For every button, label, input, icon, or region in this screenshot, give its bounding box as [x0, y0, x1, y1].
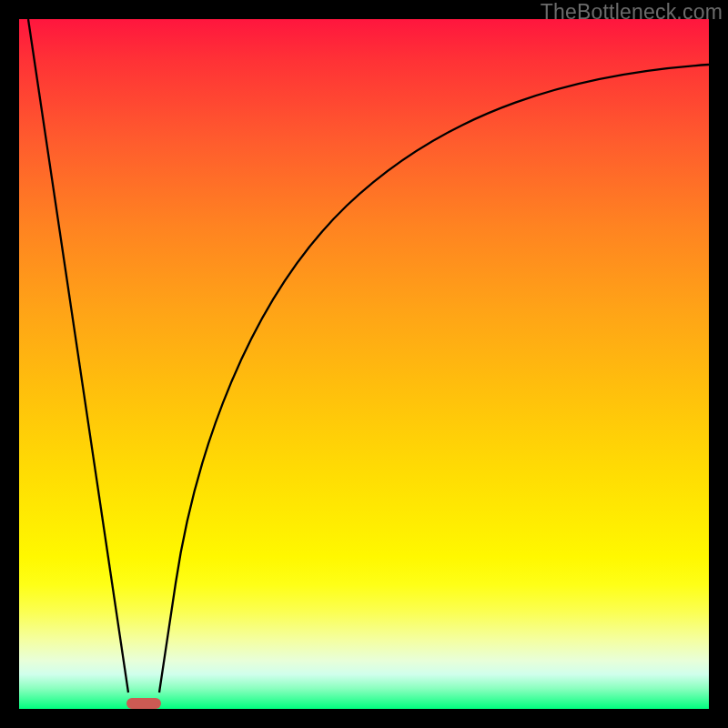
optimum-marker — [126, 698, 161, 709]
watermark-text: TheBottleneck.com — [541, 0, 723, 25]
curve-overlay — [19, 19, 709, 709]
right-ascent-curve — [159, 65, 709, 693]
left-descent-line — [28, 19, 128, 693]
